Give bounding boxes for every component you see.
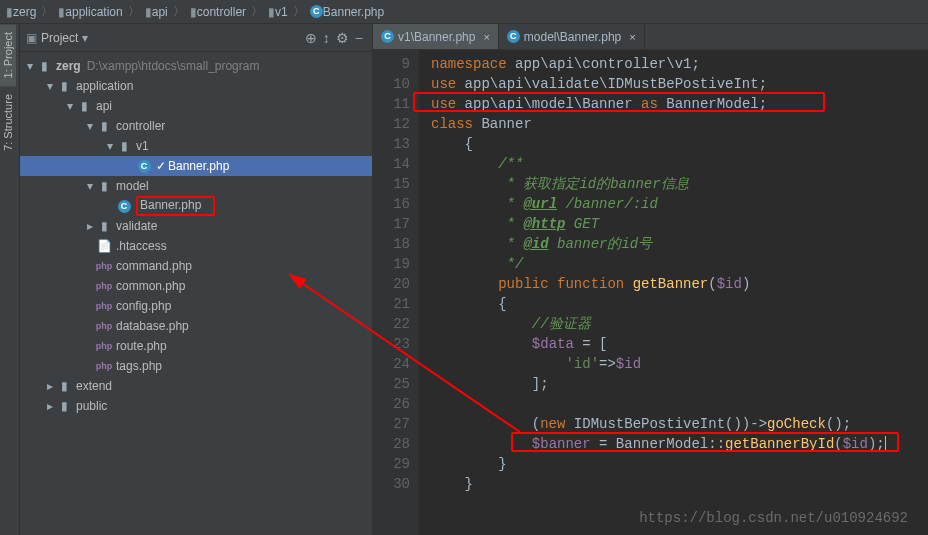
tab-label: v1\Banner.php xyxy=(398,30,475,44)
tab-label: model\Banner.php xyxy=(524,30,621,44)
chevron-right-icon: 〉 xyxy=(293,3,305,20)
tree-folder-application[interactable]: ▾▮ application xyxy=(20,76,372,96)
folder-icon: ▮ xyxy=(58,5,65,19)
folder-icon: ▮ xyxy=(96,219,112,233)
collapse-icon[interactable]: ↕ xyxy=(323,30,330,46)
project-dropdown-icon[interactable]: ▣ xyxy=(26,31,37,45)
php-class-icon: C xyxy=(507,30,520,43)
tree-file-banner-model[interactable]: C Banner.php xyxy=(20,196,372,216)
chevron-right-icon: 〉 xyxy=(128,3,140,20)
tool-project[interactable]: 1: Project xyxy=(0,24,16,86)
breadcrumb-bar: ▮ zerg 〉 ▮ application 〉 ▮ api 〉 ▮ contr… xyxy=(0,0,928,24)
tree-folder-api[interactable]: ▾▮ api xyxy=(20,96,372,116)
tab-v1-banner[interactable]: C v1\Banner.php × xyxy=(373,24,499,49)
folder-icon: ▮ xyxy=(6,5,13,19)
tree-root[interactable]: ▾▮ zerg D:\xampp\htdocs\small_program xyxy=(20,56,372,76)
tree-folder-extend[interactable]: ▸▮ extend xyxy=(20,376,372,396)
tree-file-tags[interactable]: php tags.php xyxy=(20,356,372,376)
folder-icon: ▮ xyxy=(56,399,72,413)
folder-icon: ▮ xyxy=(116,139,132,153)
tree-folder-v1[interactable]: ▾▮ v1 xyxy=(20,136,372,156)
folder-icon: ▮ xyxy=(145,5,152,19)
php-file-icon: php xyxy=(96,361,112,371)
php-file-icon: php xyxy=(96,341,112,351)
tree-folder-controller[interactable]: ▾▮ controller xyxy=(20,116,372,136)
file-icon: 📄 xyxy=(96,239,112,253)
chevron-right-icon: 〉 xyxy=(173,3,185,20)
tree-file-command[interactable]: php command.php xyxy=(20,256,372,276)
tool-structure[interactable]: 7: Structure xyxy=(0,86,16,159)
tree-folder-validate[interactable]: ▸▮ validate xyxy=(20,216,372,236)
folder-icon: ▮ xyxy=(56,379,72,393)
tree-folder-model[interactable]: ▾▮ model xyxy=(20,176,372,196)
tree-file-banner-v1[interactable]: C ✓ Banner.php xyxy=(20,156,372,176)
crumb[interactable]: application xyxy=(65,5,122,19)
chevron-right-icon: 〉 xyxy=(41,3,53,20)
project-header: ▣ Project ▾ ⊕ ↕ ⚙ − xyxy=(20,24,372,52)
php-class-icon: C xyxy=(381,30,394,43)
tool-window-strip: 1: Project 7: Structure xyxy=(0,24,20,535)
tree-file-route[interactable]: php route.php xyxy=(20,336,372,356)
minimize-icon[interactable]: − xyxy=(355,30,363,46)
folder-icon: ▮ xyxy=(268,5,275,19)
tree-file-config[interactable]: php config.php xyxy=(20,296,372,316)
tree-folder-public[interactable]: ▸▮ public xyxy=(20,396,372,416)
crumb[interactable]: Banner.php xyxy=(323,5,384,19)
folder-icon: ▮ xyxy=(96,179,112,193)
close-icon[interactable]: × xyxy=(629,31,635,43)
gear-icon[interactable]: ⚙ xyxy=(336,30,349,46)
crumb[interactable]: api xyxy=(152,5,168,19)
tree-file-database[interactable]: php database.php xyxy=(20,316,372,336)
tree-file-htaccess[interactable]: 📄 .htaccess xyxy=(20,236,372,256)
crumb[interactable]: zerg xyxy=(13,5,36,19)
tree-file-common[interactable]: php common.php xyxy=(20,276,372,296)
project-tree: ▾▮ zerg D:\xampp\htdocs\small_program ▾▮… xyxy=(20,52,372,535)
project-label[interactable]: Project xyxy=(41,31,78,45)
php-class-icon: C xyxy=(310,5,323,18)
watermark: https://blog.csdn.net/u010924692 xyxy=(639,508,908,528)
php-class-icon: C xyxy=(136,160,152,173)
crumb[interactable]: controller xyxy=(197,5,246,19)
php-file-icon: php xyxy=(96,301,112,311)
crumb[interactable]: v1 xyxy=(275,5,288,19)
target-icon[interactable]: ⊕ xyxy=(305,30,317,46)
php-file-icon: php xyxy=(96,321,112,331)
tab-model-banner[interactable]: C model\Banner.php × xyxy=(499,24,645,49)
code-content[interactable]: namespace app\api\controller\v1; use app… xyxy=(419,50,928,535)
code-editor[interactable]: 91011 121314 151617 181920 212223 242526… xyxy=(373,50,928,535)
php-file-icon: php xyxy=(96,281,112,291)
editor-tabs: C v1\Banner.php × C model\Banner.php × xyxy=(373,24,928,50)
folder-icon: ▮ xyxy=(56,79,72,93)
php-class-icon: C xyxy=(116,200,132,213)
project-panel: ▣ Project ▾ ⊕ ↕ ⚙ − ▾▮ zerg D:\xampp\htd… xyxy=(20,24,373,535)
folder-icon: ▮ xyxy=(96,119,112,133)
chevron-down-icon[interactable]: ▾ xyxy=(82,31,88,45)
folder-icon: ▮ xyxy=(190,5,197,19)
gutter: 91011 121314 151617 181920 212223 242526… xyxy=(373,50,419,535)
close-icon[interactable]: × xyxy=(483,31,489,43)
module-icon: ▮ xyxy=(36,59,52,73)
chevron-right-icon: 〉 xyxy=(251,3,263,20)
editor-area: C v1\Banner.php × C model\Banner.php × 9… xyxy=(373,24,928,535)
folder-icon: ▮ xyxy=(76,99,92,113)
php-file-icon: php xyxy=(96,261,112,271)
